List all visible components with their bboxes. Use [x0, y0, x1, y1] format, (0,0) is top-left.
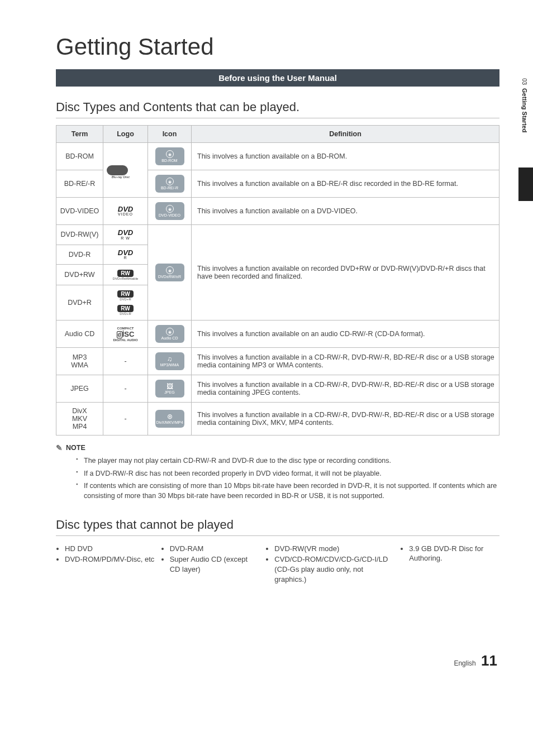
dvd-logo-sub: R W	[107, 236, 144, 240]
definition-cell: This involves a function available in a …	[192, 348, 499, 375]
definition-cell: This involves a function available in a …	[192, 403, 499, 436]
definition-cell: This involves a function available on re…	[192, 225, 499, 320]
table-row: Audio CD COMPACT dİSC DIGITAL AUDIO ◉ Au…	[56, 320, 499, 348]
footer-language: English	[454, 659, 475, 667]
icon-cell: ◉ BD-ROM	[148, 143, 192, 170]
cd-logo-sub: DIGITAL AUDIO	[107, 338, 144, 342]
term-cell: DVD-RW(V)	[56, 225, 103, 245]
term-cell: DVD+R	[56, 285, 103, 320]
definition-cell: This involves a function available on an…	[192, 320, 499, 348]
chapter-name: Getting Started	[521, 88, 528, 132]
bluray-logo-icon	[107, 165, 128, 175]
table-row: DivX MKV MP4 - ⊛ DivX/MKV/MP4 This invol…	[56, 403, 499, 436]
table-row: DVD-RW(V) DVD R W ◉ DVD±RW/±R This invol…	[56, 225, 499, 245]
term-cell: MP3 WMA	[56, 348, 103, 375]
term-cell: DivX MKV MP4	[56, 403, 103, 436]
page-footer: English 11	[56, 652, 499, 669]
icon-label: BD-RE/-R	[161, 186, 178, 190]
term-cell: Audio CD	[56, 320, 103, 348]
icon-cell: 🖼 JPEG	[148, 375, 192, 403]
term-cell: BD-ROM	[56, 143, 103, 170]
dvd-logo-sub: VIDEO	[107, 212, 144, 216]
chapter-number: 03	[521, 78, 528, 85]
icon-label: MP3/WMA	[160, 363, 179, 367]
logo-cell-dvd-r: DVD R	[103, 245, 148, 265]
list-item: 3.9 GB DVD-R Disc for Authoring.	[409, 544, 499, 563]
list-item: CVD/CD-ROM/CDV/CD-G/CD-I/LD (CD-Gs play …	[274, 554, 394, 584]
section-bar: Before using the User Manual	[56, 69, 499, 87]
table-row: JPEG - 🖼 JPEG This involves a function a…	[56, 375, 499, 403]
icon-label: JPEG	[164, 390, 174, 394]
icon-cell: ◉ DVD±RW/±R	[148, 225, 192, 320]
table-row: DVD-VIDEO DVD VIDEO ◉ DVD-VIDEO This inv…	[56, 198, 499, 225]
divider	[56, 535, 499, 536]
list-item: DVD-RAM	[170, 544, 260, 554]
logo-cell-audio-cd: COMPACT dİSC DIGITAL AUDIO	[103, 320, 148, 348]
music-icon: ♫ MP3/WMA	[155, 352, 184, 370]
rw-logo-sub: DVD+R	[117, 298, 133, 301]
side-tab-marker	[518, 168, 533, 201]
rw-logo-sub: DVD+ReWritable	[107, 277, 144, 280]
dvd-logo-icon: DVD	[107, 229, 144, 236]
col-header-icon: Icon	[148, 126, 192, 143]
table-row: BD-ROM ◉ BD-ROM This involves a function…	[56, 143, 499, 170]
rw-logo-icon: RW	[117, 305, 133, 312]
disc-icon: ◉ Audio CD	[155, 325, 184, 343]
rw-logo-icon: RW	[117, 270, 133, 277]
term-cell: BD-RE/-R	[56, 170, 103, 198]
dvd-logo-icon: DVD	[107, 250, 144, 256]
col-header-logo: Logo	[103, 126, 148, 143]
page-number: 11	[481, 652, 497, 669]
icon-cell: ◉ Audio CD	[148, 320, 192, 348]
side-tab: 03 Getting Started	[516, 78, 533, 133]
logo-cell: -	[103, 403, 148, 436]
icon-label: DivX/MKV/MP4	[156, 420, 183, 424]
term-cell: DVD-R	[56, 245, 103, 265]
disc-icon: ◉ DVD-VIDEO	[155, 202, 184, 220]
note-icon: ✎	[56, 443, 63, 452]
icon-label: DVD-VIDEO	[159, 213, 180, 217]
table-header-row: Term Logo Icon Definition	[56, 126, 499, 143]
logo-cell-bluray	[103, 143, 148, 198]
page-title: Getting Started	[56, 34, 499, 60]
list-item: DVD-ROM/PD/MV-Disc, etc	[65, 554, 155, 564]
definition-cell: This involves a function available in a …	[192, 375, 499, 403]
rw-logo-sub: DVD+R	[117, 312, 133, 315]
icon-cell: ♫ MP3/WMA	[148, 348, 192, 375]
definition-cell: This involves a function available on a …	[192, 170, 499, 198]
list-item: DVD-RW(VR mode)	[274, 544, 394, 554]
logo-cell-dvd-video: DVD VIDEO	[103, 198, 148, 225]
disc-icon: ◉ BD-ROM	[155, 147, 184, 165]
definition-cell: This involves a function available on a …	[192, 143, 499, 170]
note-item: The player may not play certain CD-RW/-R…	[76, 456, 499, 466]
icon-cell: ⊛ DivX/MKV/MP4	[148, 403, 192, 436]
list-item: HD DVD	[65, 544, 155, 554]
col-header-definition: Definition	[192, 126, 499, 143]
term-cell: DVD-VIDEO	[56, 198, 103, 225]
note-block: ✎ NOTE The player may not play certain C…	[56, 443, 499, 501]
logo-cell-dvd-rw: DVD R W	[103, 225, 148, 245]
logo-cell: -	[103, 348, 148, 375]
definition-cell: This involves a function available on a …	[192, 198, 499, 225]
logo-cell-dvd-plus-r: RW DVD+R RW DVD+R	[103, 285, 148, 320]
table-row: MP3 WMA - ♫ MP3/WMA This involves a func…	[56, 348, 499, 375]
video-icon: ⊛ DivX/MKV/MP4	[155, 410, 184, 428]
col-header-term: Term	[56, 126, 103, 143]
icon-label: BD-ROM	[161, 159, 177, 162]
heading-disc-types-playable: Disc Types and Contents that can be play…	[56, 100, 499, 114]
dvd-logo-icon: DVD	[107, 206, 144, 213]
term-cell: DVD+RW	[56, 265, 103, 285]
cannot-play-columns: HD DVD DVD-ROM/PD/MV-Disc, etc DVD-RAM S…	[56, 543, 499, 585]
icon-cell: ◉ BD-RE/-R	[148, 170, 192, 198]
term-cell: JPEG	[56, 375, 103, 403]
disc-icon: ◉ BD-RE/-R	[155, 175, 184, 193]
heading-disc-types-cannot: Disc types that cannot be played	[56, 518, 499, 532]
note-item: If contents which are consisting of more…	[76, 481, 499, 501]
icon-cell: ◉ DVD-VIDEO	[148, 198, 192, 225]
logo-cell-dvd-plus-rw: RW DVD+ReWritable	[103, 265, 148, 285]
disc-icon: ◉ DVD±RW/±R	[155, 264, 184, 281]
note-label: NOTE	[66, 444, 85, 452]
rw-logo-icon: RW	[117, 290, 133, 298]
dvd-logo-sub: R	[107, 256, 144, 260]
list-item: Super Audio CD (except CD layer)	[170, 554, 260, 574]
